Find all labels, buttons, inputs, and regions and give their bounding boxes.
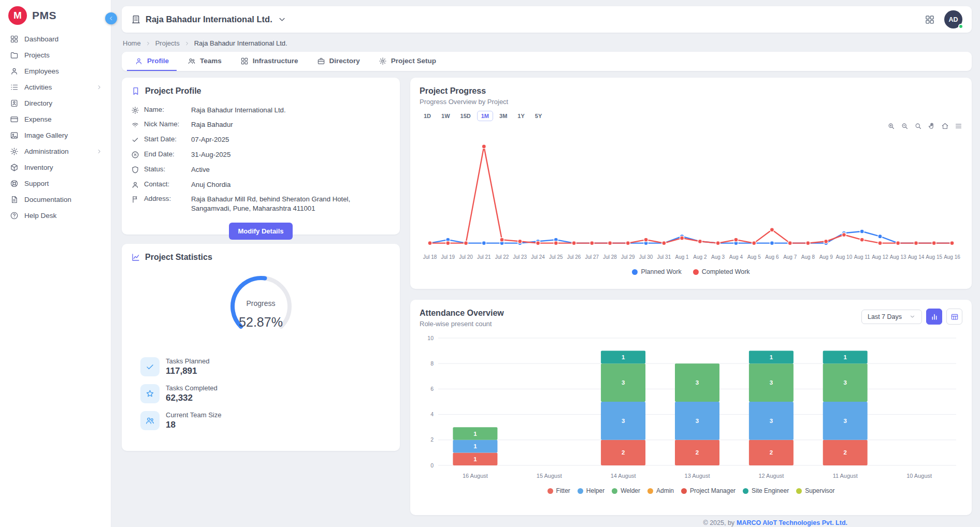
- sidebar-item-projects[interactable]: Projects: [0, 47, 111, 63]
- sidebar-item-label: Dashboard: [24, 35, 103, 43]
- stat-icon-tile: [140, 357, 160, 376]
- chevron-left-icon: [108, 15, 114, 22]
- table-icon: [950, 313, 959, 321]
- table-view-button[interactable]: [946, 309, 962, 325]
- app-logo[interactable]: M PMS: [0, 0, 111, 28]
- tab-directory[interactable]: Directory: [309, 52, 368, 71]
- sidebar-item-directory[interactable]: Directory: [0, 95, 111, 111]
- legend-item-supervisor[interactable]: Supervisor: [796, 487, 834, 494]
- svg-text:Jul 30: Jul 30: [639, 254, 653, 260]
- legend-item-site-engineer[interactable]: Site Engineer: [743, 487, 789, 494]
- range-button-1y[interactable]: 1Y: [513, 111, 528, 121]
- sidebar-item-employees[interactable]: Employees: [0, 63, 111, 79]
- tab-teams[interactable]: Teams: [180, 52, 229, 71]
- top-header: Raja Bahadur International Ltd. AD: [122, 6, 972, 33]
- sidebar-item-dashboard[interactable]: Dashboard: [0, 31, 111, 47]
- svg-text:3: 3: [843, 418, 846, 424]
- sidebar: M PMS DashboardProjectsEmployeesActiviti…: [0, 0, 111, 527]
- svg-text:Aug 9: Aug 9: [819, 254, 833, 260]
- range-button-1m[interactable]: 1M: [477, 111, 493, 121]
- footer-link[interactable]: MARCO AIoT Technologies Pvt. Ltd.: [737, 519, 847, 526]
- user-avatar[interactable]: AD: [944, 10, 962, 28]
- company-selector[interactable]: Raja Bahadur International Ltd.: [131, 14, 287, 24]
- range-button-1d[interactable]: 1D: [420, 111, 435, 121]
- sidebar-collapse-button[interactable]: [105, 12, 117, 24]
- legend-marker: [578, 488, 583, 494]
- legend-item-project-manager[interactable]: Project Manager: [681, 487, 736, 494]
- field-label: Address:: [144, 195, 186, 202]
- chart-view-button[interactable]: [926, 309, 942, 325]
- tab-project-setup[interactable]: Project Setup: [371, 52, 444, 71]
- bookmark-icon: [131, 86, 140, 96]
- line-chart-area: Jul 18Jul 19Jul 20Jul 21Jul 22Jul 23Jul …: [420, 131, 962, 267]
- documentation-icon: [10, 195, 19, 204]
- svg-text:Jul 25: Jul 25: [549, 254, 563, 260]
- chevron-right-icon: [96, 148, 103, 155]
- field-label: Nick Name:: [144, 120, 186, 128]
- sidebar-item-administration[interactable]: Administration: [0, 143, 111, 159]
- modify-details-button[interactable]: Modify Details: [229, 223, 292, 240]
- sidebar-item-label: Documentation: [24, 196, 103, 203]
- sidebar-item-image-gallery[interactable]: Image Gallery: [0, 127, 111, 143]
- table-icon: [950, 313, 959, 321]
- profile-field-start-date: Start Date:07-Apr-2025: [131, 133, 391, 148]
- directory-icon: [10, 99, 19, 108]
- toolbar-zoom-button[interactable]: [914, 122, 922, 130]
- tab-label: Directory: [329, 57, 360, 65]
- sidebar-item-support[interactable]: Support: [0, 175, 111, 192]
- legend-item-planned-work[interactable]: Planned Work: [632, 268, 681, 275]
- sidebar-item-documentation[interactable]: Documentation: [0, 192, 111, 208]
- range-button-1w[interactable]: 1W: [437, 111, 454, 121]
- field-value: 31-Aug-2025: [191, 150, 391, 159]
- sidebar-item-label: Directory: [24, 99, 103, 107]
- chart-toolbar: [420, 122, 962, 130]
- toolbar-zoom-out-button[interactable]: [901, 122, 909, 130]
- legend-item-completed-work[interactable]: Completed Work: [693, 268, 750, 275]
- main-area: Raja Bahadur International Ltd. AD HomeP…: [111, 0, 980, 527]
- building-icon: [131, 14, 141, 24]
- breadcrumb-item-projects[interactable]: Projects: [155, 39, 180, 47]
- projects-icon: [10, 51, 19, 60]
- chevron-right-icon: [184, 40, 190, 47]
- sidebar-item-label: Employees: [24, 67, 103, 75]
- field-label: Contact:: [144, 180, 186, 188]
- range-button-5y[interactable]: 5Y: [531, 111, 546, 121]
- sidebar-item-activities[interactable]: Activities: [0, 79, 111, 95]
- svg-text:Aug 11: Aug 11: [854, 254, 870, 260]
- stat-value: 18: [166, 420, 221, 430]
- tab-profile[interactable]: Profile: [127, 52, 177, 71]
- attendance-overview-card: Attendance Overview Role-wise present co…: [410, 300, 972, 515]
- date-range-select[interactable]: Last 7 Days: [861, 310, 922, 324]
- toolbar-zoom-in-button[interactable]: [887, 122, 895, 130]
- range-button-15d[interactable]: 15D: [456, 111, 475, 121]
- sidebar-item-expense[interactable]: Expense: [0, 111, 111, 127]
- toolbar-home-button[interactable]: [941, 122, 949, 130]
- content: Project Profile Name:Raja Bahadur Intern…: [122, 78, 972, 527]
- profile-card-title: Project Profile: [145, 86, 201, 96]
- tab-infrastructure[interactable]: Infrastructure: [233, 52, 306, 71]
- sidebar-item-help-desk[interactable]: Help Desk: [0, 208, 111, 224]
- svg-text:6: 6: [430, 386, 434, 392]
- range-button-3m[interactable]: 3M: [495, 111, 511, 121]
- apps-grid-button[interactable]: [925, 14, 935, 25]
- home-icon: [941, 122, 949, 130]
- toolbar-menu-button[interactable]: [955, 122, 962, 130]
- legend-item-fitter[interactable]: Fitter: [547, 487, 570, 494]
- sidebar-item-label: Projects: [24, 51, 103, 59]
- svg-text:4: 4: [430, 411, 434, 417]
- toolbar-pan-button[interactable]: [928, 122, 935, 130]
- breadcrumb-item-home[interactable]: Home: [123, 39, 141, 47]
- line-chart-legend: Planned WorkCompleted Work: [420, 268, 962, 275]
- zoom-icon: [914, 122, 922, 130]
- dashboard-icon: [10, 35, 19, 43]
- legend-item-admin[interactable]: Admin: [647, 487, 674, 494]
- gauge-arc: [220, 268, 302, 348]
- sidebar-item-inventory[interactable]: Inventory: [0, 159, 111, 175]
- stat-icon-tile: [140, 384, 160, 403]
- stat-value: 62,332: [166, 393, 218, 403]
- svg-text:3: 3: [696, 418, 699, 424]
- legend-item-welder[interactable]: Welder: [612, 487, 640, 494]
- field-label: Status:: [144, 165, 186, 173]
- legend-item-helper[interactable]: Helper: [578, 487, 604, 494]
- helpdesk-icon: [10, 211, 19, 220]
